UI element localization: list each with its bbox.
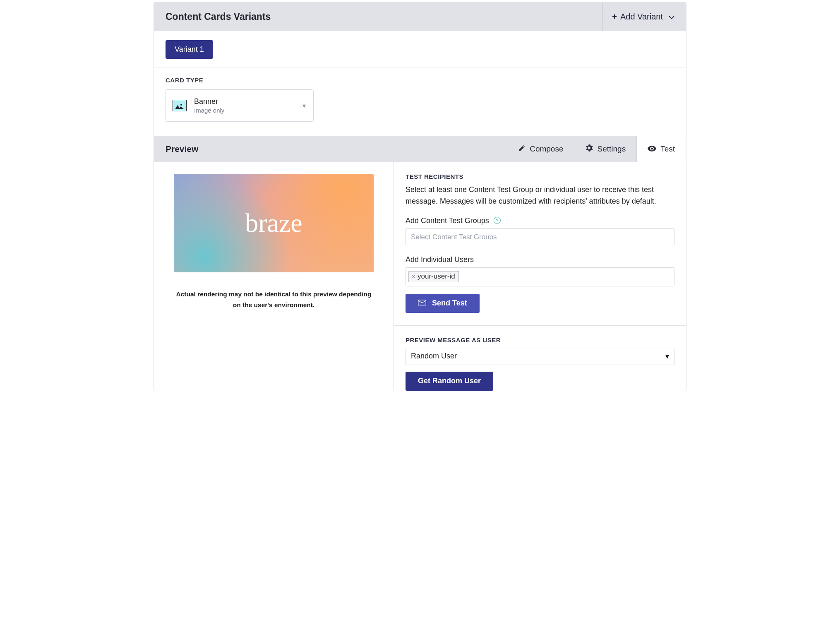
card-type-subtitle: Image only (194, 107, 224, 114)
chevron-down-icon (669, 12, 674, 22)
send-test-label: Send Test (432, 299, 467, 308)
preview-caption: Actual rendering may not be identical to… (174, 289, 374, 311)
add-variant-button[interactable]: + Add Variant (602, 2, 674, 31)
card-type-title: Banner (194, 97, 224, 106)
help-icon[interactable]: ? (494, 217, 501, 224)
preview-banner-image: braze (174, 174, 374, 272)
test-recipients-description: Select at least one Content Test Group o… (406, 184, 674, 207)
card-type-heading: CARD TYPE (166, 77, 674, 84)
content-test-groups-label: Add Content Test Groups ? (406, 216, 674, 225)
variant-tab-1[interactable]: Variant 1 (166, 40, 213, 59)
svg-point-0 (180, 104, 182, 106)
tab-label: Settings (597, 144, 626, 154)
caret-down-icon: ▾ (665, 352, 669, 361)
preview-user-select[interactable]: Random User ▾ (406, 348, 674, 365)
pencil-icon (518, 144, 526, 154)
plus-icon: + (612, 12, 617, 22)
tab-test[interactable]: Test (636, 136, 686, 162)
card-type-select[interactable]: Banner Image only ▾ (166, 89, 314, 122)
tab-label: Compose (530, 144, 563, 154)
send-test-button[interactable]: Send Test (406, 294, 480, 313)
user-id-tag[interactable]: ✕ your-user-id (408, 271, 459, 282)
divider (394, 325, 686, 326)
get-random-user-button[interactable]: Get Random User (406, 372, 493, 391)
caret-down-icon: ▾ (302, 102, 306, 110)
preview-heading: Preview (154, 136, 210, 162)
page-title: Content Cards Variants (166, 11, 271, 22)
add-variant-label: Add Variant (620, 12, 663, 22)
envelope-icon (418, 299, 426, 308)
preview-user-value: Random User (411, 352, 457, 360)
user-id-tag-text: your-user-id (418, 272, 455, 281)
banner-logo-text: braze (245, 208, 302, 238)
tab-label: Test (660, 144, 675, 154)
eye-icon (648, 144, 656, 154)
tab-compose[interactable]: Compose (507, 136, 574, 162)
content-test-groups-input[interactable] (406, 228, 674, 246)
image-icon (173, 100, 187, 111)
individual-users-input[interactable]: ✕ your-user-id (406, 267, 674, 286)
gear-icon (585, 144, 593, 154)
tab-settings[interactable]: Settings (574, 136, 636, 162)
test-recipients-heading: TEST RECIPIENTS (406, 173, 674, 180)
preview-as-user-heading: PREVIEW MESSAGE AS USER (406, 336, 674, 344)
svg-rect-1 (418, 300, 426, 305)
get-random-user-label: Get Random User (418, 377, 481, 385)
individual-users-label: Add Individual Users (406, 255, 674, 264)
remove-tag-icon[interactable]: ✕ (411, 274, 416, 280)
